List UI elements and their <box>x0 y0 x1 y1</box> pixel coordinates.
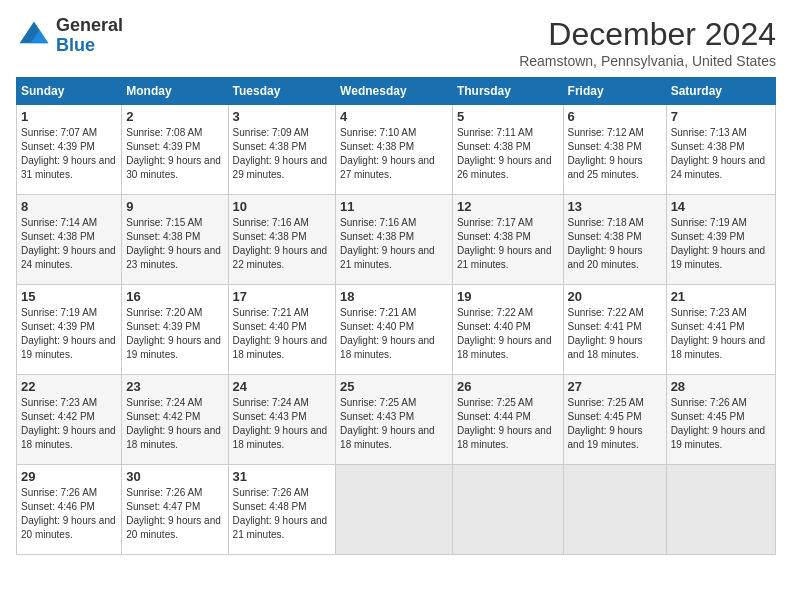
cell-info: Sunrise: 7:26 AMSunset: 4:47 PMDaylight:… <box>126 486 223 542</box>
calendar-cell: 25Sunrise: 7:25 AMSunset: 4:43 PMDayligh… <box>336 375 453 465</box>
day-number: 11 <box>340 199 448 214</box>
day-number: 30 <box>126 469 223 484</box>
calendar-cell: 1Sunrise: 7:07 AMSunset: 4:39 PMDaylight… <box>17 105 122 195</box>
calendar-cell: 28Sunrise: 7:26 AMSunset: 4:45 PMDayligh… <box>666 375 775 465</box>
calendar-cell: 7Sunrise: 7:13 AMSunset: 4:38 PMDaylight… <box>666 105 775 195</box>
logo-text: GeneralBlue <box>56 16 123 56</box>
calendar-week-1: 1Sunrise: 7:07 AMSunset: 4:39 PMDaylight… <box>17 105 776 195</box>
day-number: 5 <box>457 109 559 124</box>
calendar-cell: 22Sunrise: 7:23 AMSunset: 4:42 PMDayligh… <box>17 375 122 465</box>
cell-info: Sunrise: 7:12 AMSunset: 4:38 PMDaylight:… <box>568 126 662 182</box>
cell-info: Sunrise: 7:26 AMSunset: 4:48 PMDaylight:… <box>233 486 332 542</box>
cell-info: Sunrise: 7:21 AMSunset: 4:40 PMDaylight:… <box>340 306 448 362</box>
calendar-cell: 14Sunrise: 7:19 AMSunset: 4:39 PMDayligh… <box>666 195 775 285</box>
cell-info: Sunrise: 7:16 AMSunset: 4:38 PMDaylight:… <box>233 216 332 272</box>
cell-info: Sunrise: 7:10 AMSunset: 4:38 PMDaylight:… <box>340 126 448 182</box>
calendar-cell: 6Sunrise: 7:12 AMSunset: 4:38 PMDaylight… <box>563 105 666 195</box>
cell-info: Sunrise: 7:18 AMSunset: 4:38 PMDaylight:… <box>568 216 662 272</box>
day-number: 8 <box>21 199 117 214</box>
cell-info: Sunrise: 7:21 AMSunset: 4:40 PMDaylight:… <box>233 306 332 362</box>
cell-info: Sunrise: 7:20 AMSunset: 4:39 PMDaylight:… <box>126 306 223 362</box>
calendar-cell: 10Sunrise: 7:16 AMSunset: 4:38 PMDayligh… <box>228 195 336 285</box>
cell-info: Sunrise: 7:19 AMSunset: 4:39 PMDaylight:… <box>671 216 771 272</box>
day-number: 28 <box>671 379 771 394</box>
cell-info: Sunrise: 7:13 AMSunset: 4:38 PMDaylight:… <box>671 126 771 182</box>
cell-info: Sunrise: 7:08 AMSunset: 4:39 PMDaylight:… <box>126 126 223 182</box>
calendar-cell: 20Sunrise: 7:22 AMSunset: 4:41 PMDayligh… <box>563 285 666 375</box>
day-number: 7 <box>671 109 771 124</box>
column-header-thursday: Thursday <box>452 78 563 105</box>
cell-info: Sunrise: 7:22 AMSunset: 4:40 PMDaylight:… <box>457 306 559 362</box>
calendar-cell: 9Sunrise: 7:15 AMSunset: 4:38 PMDaylight… <box>122 195 228 285</box>
day-number: 22 <box>21 379 117 394</box>
calendar-cell: 30Sunrise: 7:26 AMSunset: 4:47 PMDayligh… <box>122 465 228 555</box>
day-number: 14 <box>671 199 771 214</box>
day-number: 15 <box>21 289 117 304</box>
calendar-cell <box>452 465 563 555</box>
cell-info: Sunrise: 7:11 AMSunset: 4:38 PMDaylight:… <box>457 126 559 182</box>
calendar-cell: 27Sunrise: 7:25 AMSunset: 4:45 PMDayligh… <box>563 375 666 465</box>
cell-info: Sunrise: 7:24 AMSunset: 4:42 PMDaylight:… <box>126 396 223 452</box>
calendar-cell <box>666 465 775 555</box>
calendar-week-4: 22Sunrise: 7:23 AMSunset: 4:42 PMDayligh… <box>17 375 776 465</box>
cell-info: Sunrise: 7:14 AMSunset: 4:38 PMDaylight:… <box>21 216 117 272</box>
day-number: 26 <box>457 379 559 394</box>
cell-info: Sunrise: 7:07 AMSunset: 4:39 PMDaylight:… <box>21 126 117 182</box>
cell-info: Sunrise: 7:25 AMSunset: 4:43 PMDaylight:… <box>340 396 448 452</box>
day-number: 4 <box>340 109 448 124</box>
calendar-cell: 23Sunrise: 7:24 AMSunset: 4:42 PMDayligh… <box>122 375 228 465</box>
cell-info: Sunrise: 7:23 AMSunset: 4:41 PMDaylight:… <box>671 306 771 362</box>
day-number: 25 <box>340 379 448 394</box>
cell-info: Sunrise: 7:25 AMSunset: 4:44 PMDaylight:… <box>457 396 559 452</box>
day-number: 29 <box>21 469 117 484</box>
day-number: 18 <box>340 289 448 304</box>
calendar-header-row: SundayMondayTuesdayWednesdayThursdayFrid… <box>17 78 776 105</box>
calendar-cell: 5Sunrise: 7:11 AMSunset: 4:38 PMDaylight… <box>452 105 563 195</box>
column-header-monday: Monday <box>122 78 228 105</box>
calendar-cell <box>336 465 453 555</box>
column-header-wednesday: Wednesday <box>336 78 453 105</box>
calendar-cell: 11Sunrise: 7:16 AMSunset: 4:38 PMDayligh… <box>336 195 453 285</box>
cell-info: Sunrise: 7:26 AMSunset: 4:45 PMDaylight:… <box>671 396 771 452</box>
column-header-friday: Friday <box>563 78 666 105</box>
cell-info: Sunrise: 7:19 AMSunset: 4:39 PMDaylight:… <box>21 306 117 362</box>
logo: GeneralBlue <box>16 16 123 56</box>
cell-info: Sunrise: 7:24 AMSunset: 4:43 PMDaylight:… <box>233 396 332 452</box>
cell-info: Sunrise: 7:26 AMSunset: 4:46 PMDaylight:… <box>21 486 117 542</box>
calendar-cell: 26Sunrise: 7:25 AMSunset: 4:44 PMDayligh… <box>452 375 563 465</box>
day-number: 23 <box>126 379 223 394</box>
calendar-cell: 29Sunrise: 7:26 AMSunset: 4:46 PMDayligh… <box>17 465 122 555</box>
calendar-cell: 24Sunrise: 7:24 AMSunset: 4:43 PMDayligh… <box>228 375 336 465</box>
day-number: 2 <box>126 109 223 124</box>
calendar-cell <box>563 465 666 555</box>
calendar-cell: 3Sunrise: 7:09 AMSunset: 4:38 PMDaylight… <box>228 105 336 195</box>
cell-info: Sunrise: 7:15 AMSunset: 4:38 PMDaylight:… <box>126 216 223 272</box>
cell-info: Sunrise: 7:22 AMSunset: 4:41 PMDaylight:… <box>568 306 662 362</box>
cell-info: Sunrise: 7:17 AMSunset: 4:38 PMDaylight:… <box>457 216 559 272</box>
calendar-week-2: 8Sunrise: 7:14 AMSunset: 4:38 PMDaylight… <box>17 195 776 285</box>
calendar-cell: 8Sunrise: 7:14 AMSunset: 4:38 PMDaylight… <box>17 195 122 285</box>
day-number: 17 <box>233 289 332 304</box>
column-header-saturday: Saturday <box>666 78 775 105</box>
day-number: 6 <box>568 109 662 124</box>
calendar-cell: 15Sunrise: 7:19 AMSunset: 4:39 PMDayligh… <box>17 285 122 375</box>
day-number: 10 <box>233 199 332 214</box>
cell-info: Sunrise: 7:25 AMSunset: 4:45 PMDaylight:… <box>568 396 662 452</box>
calendar-week-5: 29Sunrise: 7:26 AMSunset: 4:46 PMDayligh… <box>17 465 776 555</box>
page-header: GeneralBlue December 2024 Reamstown, Pen… <box>16 16 776 69</box>
main-title: December 2024 <box>519 16 776 53</box>
calendar-cell: 12Sunrise: 7:17 AMSunset: 4:38 PMDayligh… <box>452 195 563 285</box>
day-number: 27 <box>568 379 662 394</box>
day-number: 9 <box>126 199 223 214</box>
day-number: 13 <box>568 199 662 214</box>
day-number: 20 <box>568 289 662 304</box>
calendar-cell: 2Sunrise: 7:08 AMSunset: 4:39 PMDaylight… <box>122 105 228 195</box>
day-number: 21 <box>671 289 771 304</box>
day-number: 12 <box>457 199 559 214</box>
day-number: 19 <box>457 289 559 304</box>
calendar-week-3: 15Sunrise: 7:19 AMSunset: 4:39 PMDayligh… <box>17 285 776 375</box>
day-number: 1 <box>21 109 117 124</box>
day-number: 31 <box>233 469 332 484</box>
calendar-cell: 21Sunrise: 7:23 AMSunset: 4:41 PMDayligh… <box>666 285 775 375</box>
day-number: 24 <box>233 379 332 394</box>
